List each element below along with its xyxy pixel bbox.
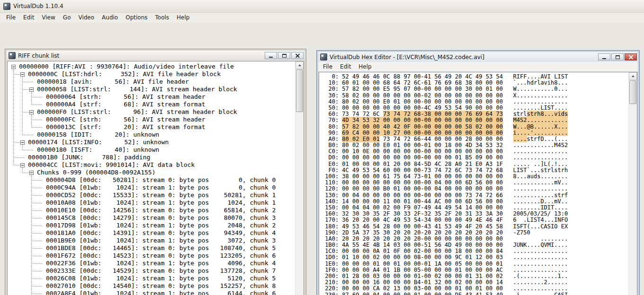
tree-row[interactable]: 00000180 [ISFT: 40]: unknown (9, 146, 294, 154)
hex-window-icon[interactable] (320, 53, 327, 61)
tree-row[interactable]: 00000018 [avih: 56]: AVI file header (9, 78, 294, 86)
tree-collapse-box[interactable] (20, 140, 25, 145)
hex-dump-view[interactable]: 0: 52 49 46 46 0C 88 97 00-41 56 49 20 4… (322, 74, 627, 295)
tree-guide-line (18, 116, 27, 123)
scroll-up-button[interactable] (629, 72, 637, 80)
tree-row[interactable]: 00027010 [00dc: 14540]: stream 0: byte p… (9, 282, 294, 290)
menu-edit[interactable]: Edit (19, 13, 38, 23)
minimize-button[interactable] (598, 53, 610, 61)
tree-row[interactable]: 00000158 [IDIT: 20]: unknown (9, 131, 294, 139)
tree-row[interactable]: 00026C08 [01wb: 1024]: stream 1: byte po… (9, 275, 294, 282)
tree-row[interactable]: 00000064 [strh: 56]: AVI stream header (9, 93, 294, 101)
menu-help[interactable]: Help (173, 13, 193, 23)
tree-row[interactable]: 00000000 [RIFF:AVI : 9930764]: Audio/vid… (9, 63, 294, 70)
menu-video[interactable]: Video (74, 13, 98, 23)
hex-menu-file[interactable]: File (319, 62, 336, 71)
tree-row[interactable]: 000145C8 [00dc: 14279]: stream 0: byte p… (9, 214, 294, 222)
tree-connector (27, 275, 36, 282)
close-button[interactable] (291, 52, 304, 59)
tree-row[interactable]: 00000174 [LIST:INFO: 52]: unknown (9, 139, 294, 146)
tree-row[interactable]: 000181A0 [00dc: 14391]: stream 0: byte p… (9, 229, 294, 237)
hex-row[interactable]: 80: 57 82 00 00 40 42 0F 00-00 00 00 00 … (322, 124, 627, 130)
hex-vertical-scrollbar[interactable] (628, 72, 637, 295)
tree-guide-line (9, 290, 18, 295)
tree-guide-line (9, 131, 18, 139)
menu-tools[interactable]: Tools (152, 13, 173, 23)
hex-window-titlebar[interactable]: VirtualDub Hex Editor - [E:\VCR\Misc\_M4… (318, 52, 638, 62)
main-titlebar[interactable]: VirtualDub 1.10.4 (0, 0, 644, 13)
tree-row[interactable]: 00000058 [LIST:strl: 144]: AVI stream he… (9, 86, 294, 93)
tree-guide-line (9, 252, 18, 260)
tree-row[interactable]: 000004D8 [00dc: 50281]: stream 0: byte p… (9, 176, 294, 184)
tree-row[interactable]: 0001F672 [00dc: 14523]: stream 0: byte p… (9, 252, 294, 260)
tree-node-label: 000001B0 [JUNK: 788]: padding (27, 154, 150, 161)
tree-row[interactable]: 000000FC [strh: 56]: AVI stream header (9, 116, 294, 123)
tree-row[interactable]: 000004CC [LIST:movi: 9901014]: AVI data … (9, 161, 294, 169)
tree-leaf-stub (36, 290, 45, 295)
tree-collapse-box[interactable] (20, 72, 25, 77)
tree-row[interactable]: 00010E10 [00dc: 14256]: stream 0: byte p… (9, 207, 294, 214)
tree-collapse-box[interactable] (11, 65, 16, 69)
tree-row[interactable]: 0002A8E4 [01wb: 1024]: stream 1: byte po… (9, 290, 294, 295)
hex-menu-edit[interactable]: Edit (336, 62, 355, 71)
tree-leaf-stub (36, 207, 45, 214)
hex-menu-help[interactable]: Help (355, 62, 375, 71)
tree-row[interactable]: 0000013C [strf: 20]: AVI stream format (9, 123, 294, 131)
tree-leaf-stub (36, 267, 45, 275)
tree-guide-line (9, 275, 18, 282)
tree-row[interactable]: 0002333E [00dc: 14529]: stream 0: byte p… (9, 267, 294, 275)
tree-guide-line (18, 214, 27, 222)
tree-connector (18, 169, 27, 176)
menu-options[interactable]: Options (122, 13, 151, 23)
tree-row[interactable]: 000000F0 [LIST:strl: 96]: AVI stream hea… (9, 108, 294, 116)
tree-guide-line (18, 207, 27, 214)
tree-collapse-box[interactable] (29, 110, 34, 114)
scrollbar-thumb[interactable] (296, 69, 303, 112)
riff-window-titlebar[interactable]: RIFF chunk list (7, 51, 304, 61)
close-button[interactable] (625, 53, 637, 61)
tree-node-label: 0000013C [strf: 20]: AVI stream format (45, 123, 206, 131)
menu-go[interactable]: Go (59, 13, 75, 23)
arrow-up-icon (632, 75, 635, 77)
hex-row[interactable]: 70: 4D 34 53 32 00 00 00 00-00 00 00 00 … (322, 117, 627, 123)
tree-row[interactable]: 0001B9E0 [01wb: 1024]: stream 1: byte po… (9, 237, 294, 244)
riff-vertical-scrollbar[interactable] (295, 61, 304, 295)
tree-row[interactable]: 0000C94A [01wb: 1024]: stream 1: byte po… (9, 184, 294, 191)
tree-collapse-box[interactable] (29, 87, 34, 92)
scrollbar-thumb[interactable] (629, 80, 636, 104)
tree-row[interactable]: 0000000C [LIST:hdrl: 352]: AVI file head… (9, 70, 294, 78)
tree-connector (27, 229, 36, 237)
menu-audio[interactable]: Audio (98, 13, 122, 23)
tree-node-label: 000004CC [LIST:movi: 9901014]: AVI data … (27, 161, 195, 169)
hex-row[interactable]: 230: 87 69 00 04 00 00 00 01-00 00 00 DE… (322, 292, 627, 295)
tree-guide-line (9, 169, 18, 176)
tree-row[interactable]: 00017D98 [01wb: 1024]: stream 1: byte po… (9, 222, 294, 229)
maximize-button[interactable] (278, 52, 290, 59)
riff-chunk-tree[interactable]: 00000000 [RIFF:AVI : 9930764]: Audio/vid… (9, 63, 294, 295)
tree-row[interactable]: Chunks 0-999 (000004D8-0092A155) (9, 169, 294, 176)
tree-row[interactable]: 0001BDE8 [00dc: 14465]: stream 0: byte p… (9, 244, 294, 252)
tree-row[interactable]: 00010A08 [01wb: 1024]: stream 1: byte po… (9, 199, 294, 207)
tree-guide-line (9, 267, 18, 275)
menu-view[interactable]: View (38, 13, 59, 23)
minimize-button[interactable] (265, 52, 277, 59)
tree-guide-line (9, 237, 18, 244)
maximize-button[interactable] (611, 53, 624, 61)
tree-leaf-stub (36, 116, 45, 123)
riff-window-icon[interactable] (9, 52, 16, 59)
app-icon[interactable] (3, 3, 10, 10)
tree-collapse-box[interactable] (29, 171, 34, 175)
tree-leaf-stub (36, 229, 45, 237)
tree-leaf-stub (36, 176, 45, 184)
tree-row[interactable]: 000000A4 [strf: 68]: AVI stream format (9, 101, 294, 108)
tree-row[interactable]: 000001B0 [JUNK: 788]: padding (9, 154, 294, 161)
tree-leaf-stub (36, 184, 45, 191)
tree-node-label: 0000CD52 [00dc: 15533]: stream 0: byte p… (45, 191, 276, 199)
scroll-up-button[interactable] (295, 61, 304, 69)
tree-collapse-box[interactable] (20, 163, 25, 167)
menu-file[interactable]: File (2, 13, 19, 23)
tree-row[interactable]: 00022F36 [01wb: 1024]: stream 1: byte po… (9, 260, 294, 267)
tree-expand-cell (9, 63, 18, 70)
tree-node-label: 00000018 [avih: 56]: AVI file header (36, 78, 189, 86)
tree-row[interactable]: 0000CD52 [00dc: 15533]: stream 0: byte p… (9, 191, 294, 199)
